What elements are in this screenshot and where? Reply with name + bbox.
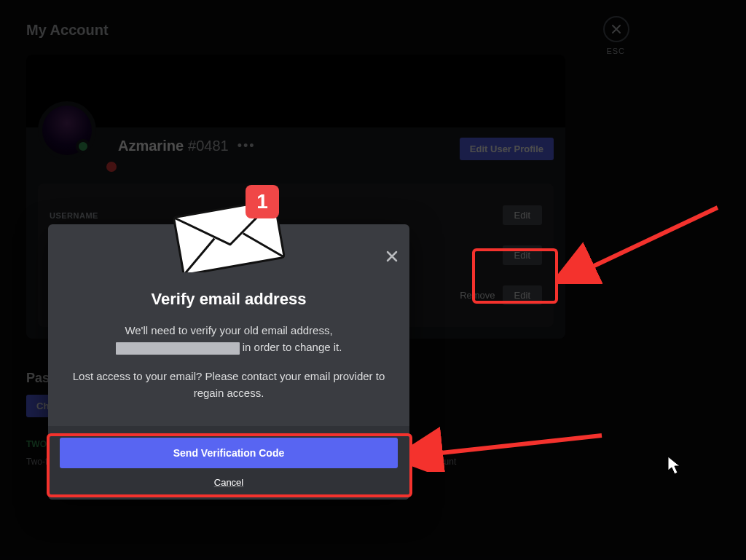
profile-banner bbox=[26, 55, 565, 127]
field-label-username: USERNAME bbox=[50, 211, 98, 220]
modal-text-2: Lost access to your email? Please contac… bbox=[68, 368, 389, 402]
svg-text:1: 1 bbox=[256, 190, 268, 213]
status-indicator bbox=[76, 139, 90, 154]
verify-email-modal: 1 Verify email address We'll need to ver… bbox=[48, 224, 409, 500]
esc-label: ESC bbox=[606, 47, 625, 55]
close-settings-button[interactable] bbox=[603, 16, 629, 42]
profile-badge-icon bbox=[106, 162, 117, 172]
envelope-icon: 1 bbox=[167, 185, 291, 272]
modal-text-1: We'll need to verify your old email addr… bbox=[68, 322, 389, 356]
user-menu-icon[interactable]: ••• bbox=[237, 138, 256, 154]
discriminator: #0481 bbox=[188, 138, 229, 154]
edit-username-button[interactable]: Edit bbox=[503, 205, 542, 225]
avatar[interactable] bbox=[38, 101, 96, 159]
edit-phone-button[interactable]: Edit bbox=[503, 285, 542, 305]
remove-phone-button[interactable]: Remove bbox=[460, 290, 495, 301]
edit-user-profile-button[interactable]: Edit User Profile bbox=[460, 138, 554, 160]
send-verification-code-button[interactable]: Send Verification Code bbox=[60, 438, 398, 468]
close-modal-button[interactable] bbox=[385, 249, 399, 267]
cancel-button[interactable]: Cancel bbox=[60, 477, 398, 488]
redacted-email bbox=[116, 342, 240, 355]
modal-title: Verify email address bbox=[68, 290, 389, 309]
edit-email-button[interactable]: Edit bbox=[503, 245, 542, 265]
username-display: Azmarine bbox=[118, 138, 184, 154]
mouse-cursor-icon bbox=[667, 456, 682, 475]
